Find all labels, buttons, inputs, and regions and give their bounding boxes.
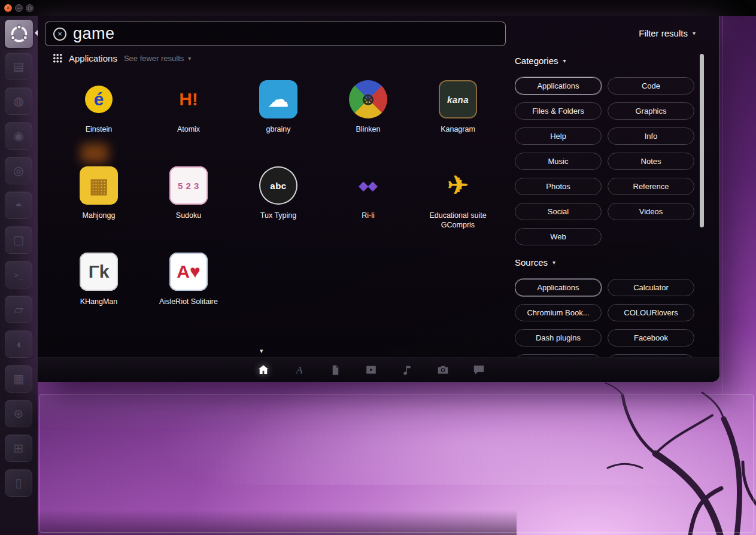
filter-panel: Categories ▾ Sources ▾ ApplicationsCodeF… — [515, 16, 696, 357]
close-button[interactable]: × — [4, 4, 12, 12]
category-button-help[interactable]: Help — [515, 127, 602, 145]
app-educational-suite-gcompris[interactable]: ✈Educational suite GCompris — [413, 159, 503, 245]
files-lens-icon — [330, 364, 341, 376]
social-lens-icon — [472, 363, 485, 376]
dash-overlay: × game Filter results ▾ Applications See… — [38, 16, 720, 382]
category-button-web[interactable]: Web — [515, 228, 602, 245]
search-input[interactable]: game — [73, 25, 115, 43]
lens-photos[interactable] — [435, 362, 451, 378]
photos-lens-icon — [436, 363, 450, 376]
lens-applications[interactable]: A — [292, 362, 307, 378]
launcher-item-voice-chat[interactable]: ◓ — [5, 191, 32, 219]
background-window-edge — [722, 16, 723, 394]
source-button-calculator[interactable]: Calculator — [608, 279, 694, 296]
collapse-arrow-icon[interactable]: ▾ — [260, 347, 263, 355]
lens-bar: A — [38, 357, 719, 382]
launcher-item-media-player[interactable]: ◉ — [5, 122, 32, 150]
workspace-switcher-icon: ⊞ — [14, 441, 24, 455]
source-button-applications[interactable]: Applications — [515, 279, 602, 296]
applications-lens-icon: A — [293, 363, 306, 376]
app-atomix-icon: H! — [169, 80, 208, 118]
category-button-code[interactable]: Code — [608, 77, 694, 95]
launcher-item-system-settings[interactable]: ⊛ — [5, 400, 32, 427]
spreadsheet-icon: ▦ — [13, 372, 25, 386]
background-window — [40, 394, 754, 533]
terminal-icon: >_ — [14, 270, 23, 279]
app-einstein-icon: é — [85, 86, 113, 113]
app-kanagram-icon: kana — [439, 80, 477, 118]
category-button-notes[interactable]: Notes — [608, 153, 694, 170]
app-einstein[interactable]: éEinstein — [54, 73, 144, 159]
category-button-music[interactable]: Music — [515, 153, 602, 170]
app-gbrainy[interactable]: ☁gbrainy — [233, 73, 323, 159]
category-button-videos[interactable]: Videos — [608, 203, 694, 220]
chevron-down-icon: ▾ — [552, 259, 555, 266]
launcher-item-trash[interactable]: ▯ — [5, 469, 32, 497]
category-button-applications[interactable]: Applications — [515, 77, 602, 95]
search-bar[interactable]: × game — [45, 22, 506, 46]
maximize-button[interactable]: ▢ — [26, 4, 34, 12]
app-aisleriot-solitaire[interactable]: A♥AisleRiot Solitaire — [144, 245, 233, 332]
source-button-dash-plugins[interactable]: Dash plugins — [515, 329, 602, 346]
sources-header[interactable]: Sources ▾ — [515, 257, 555, 268]
source-button-colourlovers[interactable]: COLOURlovers — [608, 304, 694, 321]
app-atomix[interactable]: H!Atomix — [144, 73, 233, 159]
music-lens-icon — [401, 364, 414, 376]
launcher-item-files[interactable]: ▤ — [5, 53, 32, 80]
app-label: Atomix — [144, 124, 233, 134]
app-sudoku-icon: 5 2 3 — [169, 166, 208, 205]
lens-music[interactable] — [399, 362, 415, 378]
app-khangman[interactable]: ΓkKHangMan — [54, 245, 144, 332]
launcher-items: ▤◍◉◎◓▢>_▱◖▦⊛⊞▯ — [0, 16, 38, 535]
launcher-item-spreadsheet[interactable]: ▦ — [5, 365, 32, 393]
app-ri-li[interactable]: ◆◆Ri-li — [323, 159, 413, 245]
launcher-item-browser[interactable]: ◍ — [5, 87, 32, 115]
app-educational-suite-gcompris-icon: ✈ — [439, 166, 477, 205]
app-label: AisleRiot Solitaire — [144, 297, 233, 306]
lens-home[interactable] — [256, 362, 271, 378]
top-panel: × – ▢ — [0, 0, 756, 16]
lens-files[interactable] — [327, 362, 343, 378]
app-tux-typing-icon: abc — [259, 166, 297, 205]
category-button-reference[interactable]: Reference — [608, 178, 694, 195]
app-khangman-icon: Γk — [80, 253, 118, 291]
app-mahjongg[interactable]: ▦Mahjongg — [54, 159, 144, 245]
minimize-button[interactable]: – — [15, 4, 23, 12]
see-fewer-results-toggle[interactable]: See fewer results ▾ — [124, 54, 191, 63]
music-player-icon: ◎ — [13, 163, 23, 178]
app-mahjongg-icon: ▦ — [80, 166, 118, 205]
launcher-item-terminal[interactable]: >_ — [5, 261, 32, 288]
app-label: Tux Typing — [233, 211, 323, 220]
see-fewer-results-label: See fewer results — [124, 54, 184, 63]
desktop: × – ▢ ▤◍◉◎◓▢>_▱◖▦⊛⊞▯ × game Filter resul… — [0, 0, 756, 535]
source-button-facebook[interactable]: Facebook — [608, 329, 694, 346]
category-button-photos[interactable]: Photos — [515, 178, 602, 195]
app-kanagram[interactable]: kanaKanagram — [413, 73, 503, 159]
launcher-item-workspace-switcher[interactable]: ⊞ — [5, 434, 32, 462]
category-button-info[interactable]: Info — [608, 127, 694, 145]
system-settings-icon: ⊛ — [14, 406, 24, 421]
categories-header[interactable]: Categories ▾ — [515, 56, 566, 66]
scrollbar[interactable] — [700, 54, 704, 227]
chevron-down-icon: ▾ — [563, 57, 566, 64]
files-icon: ▤ — [13, 59, 25, 74]
launcher-item-text-editor[interactable]: ▱ — [5, 296, 32, 323]
app-sudoku[interactable]: 5 2 3Sudoku — [144, 159, 233, 245]
app-label: Ri-li — [323, 211, 413, 220]
clear-search-icon[interactable]: × — [53, 28, 66, 41]
category-button-files-folders[interactable]: Files & Folders — [515, 102, 602, 120]
app-blinken-icon: ⊛ — [349, 80, 387, 118]
source-button-chromium-book[interactable]: Chromium Book... — [515, 304, 602, 321]
games-icon: ▢ — [13, 233, 25, 247]
applications-grid-icon — [53, 53, 62, 63]
lens-social[interactable] — [471, 362, 487, 378]
app-tux-typing[interactable]: abcTux Typing — [233, 159, 323, 245]
category-button-social[interactable]: Social — [515, 203, 602, 220]
lens-videos[interactable] — [363, 362, 379, 378]
category-button-graphics[interactable]: Graphics — [608, 102, 694, 120]
app-blinken[interactable]: ⊛Blinken — [323, 73, 413, 159]
launcher-item-music-player[interactable]: ◎ — [5, 157, 32, 184]
launcher-item-games[interactable]: ▢ — [5, 226, 32, 254]
launcher-item-messenger[interactable]: ◖ — [5, 330, 32, 358]
app-label: Kanagram — [413, 124, 503, 134]
